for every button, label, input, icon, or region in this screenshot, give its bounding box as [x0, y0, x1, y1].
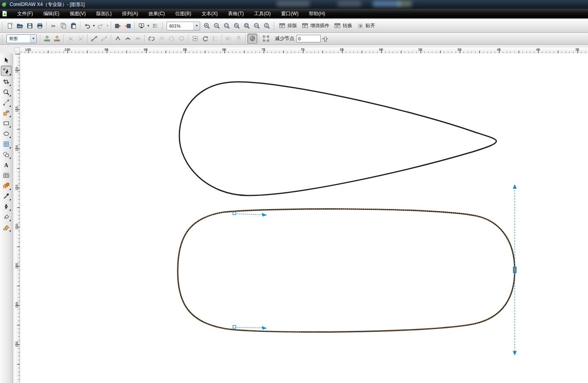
- cut-button[interactable]: ✂: [48, 21, 58, 31]
- shape-tool[interactable]: [1, 66, 12, 76]
- zoom-in-button[interactable]: [202, 21, 212, 31]
- chevron-down-icon[interactable]: ▼: [193, 22, 200, 30]
- delete-node-button[interactable]: [52, 34, 62, 44]
- h-ruler-label: 35: [575, 48, 579, 52]
- app-launcher-button[interactable]: [136, 21, 146, 31]
- reduce-nodes-input[interactable]: [297, 35, 321, 42]
- menu-text[interactable]: 文本(X): [197, 9, 223, 18]
- chevron-down-icon[interactable]: ▼: [92, 24, 96, 28]
- join-nodes-icon: [67, 35, 74, 42]
- join-nodes-button[interactable]: [66, 34, 76, 44]
- reflect-vertical-button[interactable]: [234, 34, 244, 44]
- separator: [222, 34, 222, 43]
- table-tool[interactable]: [1, 170, 11, 180]
- interactive-fill-tool[interactable]: [1, 222, 11, 232]
- extract-subpath-button[interactable]: [157, 34, 167, 44]
- zoom-selected-button[interactable]: [222, 21, 232, 31]
- menu-effects[interactable]: 效果(C): [143, 9, 170, 18]
- print-button[interactable]: [35, 21, 45, 31]
- elastic-mode-button[interactable]: [247, 34, 257, 44]
- menu-view[interactable]: 视图(V): [64, 9, 91, 18]
- basic-shapes-tool[interactable]: [1, 150, 11, 159]
- new-page-button[interactable]: [5, 21, 15, 31]
- snap-button[interactable]: 贴齐: [355, 21, 377, 30]
- save-button[interactable]: [25, 21, 35, 31]
- import-button[interactable]: [113, 21, 123, 31]
- smooth-node-button[interactable]: [123, 34, 133, 44]
- options-button[interactable]: [150, 21, 160, 31]
- symmetrical-node-button[interactable]: [133, 34, 143, 44]
- paste-button[interactable]: [68, 21, 78, 31]
- snap-grid-icon: [357, 22, 364, 29]
- toolbar-grip[interactable]: [273, 22, 275, 30]
- zoom-tool[interactable]: [1, 87, 11, 97]
- eyedropper-tool[interactable]: [1, 191, 11, 201]
- reverse-direction-button[interactable]: [146, 34, 157, 44]
- zoom-out-button[interactable]: [212, 21, 222, 31]
- typesetting-button[interactable]: 排版: [277, 21, 299, 30]
- ruler-origin[interactable]: [14, 48, 20, 54]
- outline-pen-tool[interactable]: [1, 201, 11, 211]
- drawing-canvas[interactable]: [20, 53, 588, 383]
- menu-edit[interactable]: 编辑(E): [38, 9, 64, 18]
- vertical-ruler[interactable]: 170165160155150145140135: [14, 53, 20, 383]
- auto-close-button[interactable]: [177, 34, 187, 44]
- menu-layout[interactable]: 版面(L): [91, 9, 117, 18]
- chevron-down-icon[interactable]: ▼: [146, 24, 150, 28]
- horizontal-ruler[interactable]: 10510095908580757065605550454035: [20, 48, 588, 54]
- blend-tool[interactable]: [1, 181, 11, 190]
- stretch-nodes-button[interactable]: [190, 34, 200, 44]
- close-curve-button[interactable]: [167, 34, 177, 44]
- zoom-level-combo[interactable]: 601% ▼: [167, 22, 200, 30]
- zoom-width-button[interactable]: [252, 21, 262, 31]
- fill-tool[interactable]: [1, 212, 11, 221]
- smart-fill-tool[interactable]: [1, 108, 11, 118]
- canvas-svg[interactable]: [20, 53, 588, 383]
- curve-smoothness-slider[interactable]: [321, 36, 329, 42]
- menu-help[interactable]: 帮助(H): [304, 9, 331, 18]
- toolbar-grip[interactable]: [162, 22, 163, 30]
- export-icon: [124, 22, 131, 29]
- toolbar-grip[interactable]: [2, 22, 3, 30]
- rotate-nodes-button[interactable]: [200, 34, 210, 44]
- align-nodes-button[interactable]: [210, 34, 220, 44]
- toolbar-grip[interactable]: [2, 34, 3, 43]
- menu-window[interactable]: 窗口(W): [276, 9, 303, 18]
- convert-to-line-button[interactable]: [89, 34, 99, 44]
- text-tool[interactable]: A: [1, 160, 11, 170]
- reflect-horizontal-button[interactable]: [224, 34, 234, 44]
- menu-arrange[interactable]: 排列(A): [117, 9, 143, 18]
- convert-button[interactable]: 转换: [332, 21, 355, 30]
- zoom-all-objects-button[interactable]: [232, 21, 242, 31]
- undo-button[interactable]: [82, 21, 92, 31]
- menu-tools[interactable]: 工具(O): [249, 9, 276, 18]
- cusp-node-button[interactable]: [113, 34, 123, 44]
- select-all-nodes-button[interactable]: [261, 34, 271, 44]
- graph-paper-tool[interactable]: [1, 139, 11, 149]
- preset-shape-value: 矩形: [7, 36, 30, 42]
- capsule-selected-overlay: [178, 209, 515, 332]
- menu-table[interactable]: 表格(T): [223, 9, 249, 18]
- copy-button[interactable]: [58, 21, 68, 31]
- ellipse-tool[interactable]: [1, 129, 11, 138]
- zoom-height-button[interactable]: [262, 21, 272, 31]
- break-curve-button[interactable]: [76, 34, 86, 44]
- export-button[interactable]: [123, 21, 133, 31]
- reduce-nodes-label: 减少节点: [275, 35, 294, 42]
- open-folder-button[interactable]: [15, 21, 25, 31]
- freehand-tool[interactable]: [1, 98, 11, 107]
- add-node-button[interactable]: [42, 34, 52, 44]
- redo-button[interactable]: [96, 21, 106, 31]
- menu-file[interactable]: 文件(F): [12, 9, 38, 18]
- plugins-button[interactable]: 增强插件: [299, 21, 332, 30]
- preset-shape-combo[interactable]: 矩形 ▼: [6, 34, 37, 43]
- svg-text:A: A: [4, 162, 8, 168]
- convert-to-curve-button[interactable]: [99, 34, 109, 44]
- zoom-page-button[interactable]: [242, 21, 252, 31]
- pick-tool[interactable]: [1, 55, 11, 65]
- chevron-down-icon[interactable]: ▼: [30, 35, 36, 43]
- rectangle-tool[interactable]: [1, 118, 11, 128]
- menu-bitmaps[interactable]: 位图(B): [170, 9, 197, 18]
- crop-tool[interactable]: [1, 77, 11, 86]
- chevron-down-icon[interactable]: ▼: [106, 24, 109, 28]
